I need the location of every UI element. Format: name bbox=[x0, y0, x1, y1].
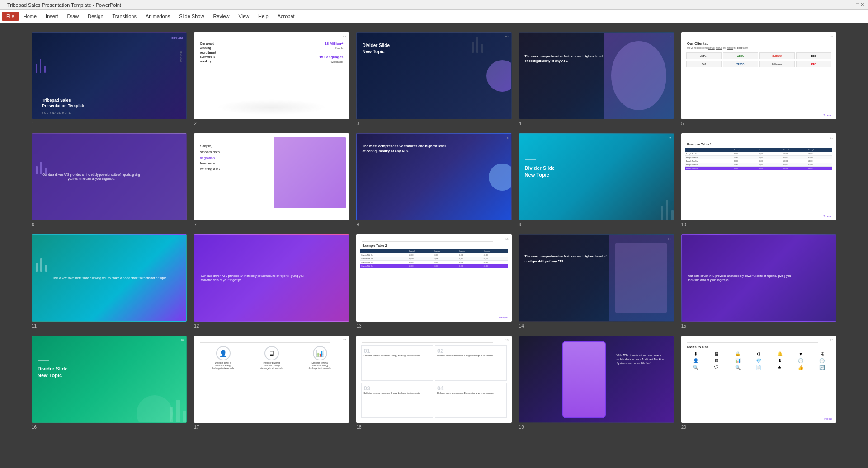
slide-thumb-7[interactable]: 7 Simple,smooth datamigrationfrom yourex… bbox=[194, 133, 349, 220]
tab-animations[interactable]: Animations bbox=[141, 12, 175, 21]
slide-wrapper-3: 03 Divider SlideNew Topic 3 bbox=[356, 32, 511, 126]
slide-thumb-16[interactable]: 16 Divider SlideNew Topic bbox=[32, 336, 187, 423]
tab-view[interactable]: View bbox=[234, 12, 254, 21]
slide3-title: Divider SlideNew Topic bbox=[362, 42, 390, 55]
slides-area: Tribepad Feb 21 2023 Tribepad SalesPrese… bbox=[0, 23, 868, 468]
slide19-phone bbox=[562, 341, 606, 418]
slide-wrapper-6: Our data-driven ATS provides an incredib… bbox=[32, 133, 187, 227]
slide14-img bbox=[609, 235, 674, 321]
slide-thumb-13[interactable]: 13 Example Table 2 Example Example Examp… bbox=[356, 234, 511, 322]
slide4-text: The most comprehensive features and high… bbox=[525, 54, 605, 64]
tab-review[interactable]: Review bbox=[208, 12, 234, 21]
slide-number-15: 15 bbox=[681, 323, 836, 328]
slide-thumb-2[interactable]: 02 Our award-winningrecruitmentsoftware … bbox=[194, 32, 349, 119]
slide-number-13: 13 bbox=[356, 323, 511, 328]
slide-wrapper-20: 20 Icons to Use ⬇ 🖥 🔒 ⚙ 🔔 ▼ 🖨 👤 🖥 📊 💎 ⬇ bbox=[681, 336, 836, 430]
slide20-brand: Tribepad bbox=[823, 417, 832, 420]
slide1-date: Feb 21 2023 bbox=[180, 50, 183, 62]
slide19-text: With 77% of applications now done on mob… bbox=[617, 353, 666, 365]
slide2-text: Our award-winningrecruitmentsoftware isu… bbox=[200, 42, 277, 64]
slide5-subtitle: We've helped clients attract, recruit an… bbox=[687, 47, 748, 49]
slide-thumb-15[interactable]: Our data-driven ATS provides an incredib… bbox=[681, 234, 836, 322]
slide-number-9: 9 bbox=[519, 222, 674, 227]
slide-wrapper-7: 7 Simple,smooth datamigrationfrom yourex… bbox=[194, 133, 349, 227]
slide-wrapper-19: With 77% of applications now done on mob… bbox=[519, 336, 674, 430]
slide-number-2: 2 bbox=[194, 121, 349, 126]
window-controls: — □ ✕ bbox=[849, 2, 864, 8]
tab-transitions[interactable]: Transitions bbox=[108, 12, 141, 21]
slide20-icons: ⬇ 🖥 🔒 ⚙ 🔔 ▼ 🖨 👤 🖥 📊 💎 ⬇ 🕐 🕐 🔍 🛡 bbox=[686, 351, 831, 370]
slide-number-11: 11 bbox=[32, 323, 187, 328]
slide9-bars-bg bbox=[661, 200, 674, 220]
slide18-grid: 01 Deflector power at maximum. Energy di… bbox=[361, 345, 506, 418]
slide-thumb-12[interactable]: Our data-driven ATS provides an incredib… bbox=[194, 234, 349, 322]
slide-thumb-17[interactable]: 17 👤 Deflector power at maximum. Energy … bbox=[194, 336, 349, 423]
slide6-text: Our data-driven ATS provides an incredib… bbox=[41, 173, 142, 182]
tab-help[interactable]: Help bbox=[254, 12, 273, 21]
slide1-title: Tribepad SalesPresentation Template bbox=[42, 98, 85, 109]
slide-thumb-11[interactable]: This a key statement slide allowing you … bbox=[32, 234, 187, 322]
slide-number-14: 14 bbox=[519, 323, 674, 328]
slide1-brand: Tribepad bbox=[170, 36, 183, 39]
slide-wrapper-1: Tribepad Feb 21 2023 Tribepad SalesPrese… bbox=[32, 32, 187, 126]
slide7-text: Simple,smooth datamigrationfrom yourexis… bbox=[200, 144, 274, 173]
slide-wrapper-10: 10 Example Table 1 Example Example Examp… bbox=[681, 133, 836, 227]
tab-insert[interactable]: Insert bbox=[41, 12, 63, 21]
slide10-brand: Tribepad bbox=[823, 215, 832, 218]
slide-thumb-1[interactable]: Tribepad Feb 21 2023 Tribepad SalesPrese… bbox=[32, 32, 187, 119]
slide13-table: Example Example Example Example Example … bbox=[360, 249, 507, 268]
slide-number-3: 3 bbox=[356, 121, 511, 126]
slide-thumb-8[interactable]: 8 The most comprehensive features and hi… bbox=[356, 133, 511, 220]
tab-home[interactable]: Home bbox=[19, 12, 41, 21]
slide-thumb-19[interactable]: With 77% of applications now done on mob… bbox=[519, 336, 674, 423]
tab-acrobat[interactable]: Acrobat bbox=[273, 12, 299, 21]
slide5-logos: AirPay ASDA SUBWAY BBC G4S TESCO GoCompa… bbox=[686, 52, 831, 67]
slide-wrapper-8: 8 The most comprehensive features and hi… bbox=[356, 133, 511, 227]
slide-wrapper-18: 18 01 Deflector power at maximum. Energy… bbox=[356, 336, 511, 430]
slide-number-12: 12 bbox=[194, 323, 349, 328]
slide-wrapper-17: 17 👤 Deflector power at maximum. Energy … bbox=[194, 336, 349, 430]
slide-wrapper-12: Our data-driven ATS provides an incredib… bbox=[194, 234, 349, 328]
slide13-heading: Example Table 2 bbox=[362, 244, 387, 247]
slide-number-19: 19 bbox=[519, 425, 674, 430]
slide2-stat1: 18 Million+ bbox=[325, 42, 343, 46]
slide-number-8: 8 bbox=[356, 222, 511, 227]
slide-number-4: 4 bbox=[519, 121, 674, 126]
slide16-title: Divider SlideNew Topic bbox=[38, 365, 68, 379]
slide-number-10: 10 bbox=[681, 222, 836, 227]
slide-thumb-20[interactable]: 20 Icons to Use ⬇ 🖥 🔒 ⚙ 🔔 ▼ 🖨 👤 🖥 📊 💎 ⬇ bbox=[681, 336, 836, 423]
slide12-text: Our data-driven ATS provides an incredib… bbox=[201, 274, 309, 283]
slide-thumb-6[interactable]: Our data-driven ATS provides an incredib… bbox=[32, 133, 187, 220]
slide-thumb-3[interactable]: 03 Divider SlideNew Topic bbox=[356, 32, 511, 119]
tab-design[interactable]: Design bbox=[83, 12, 108, 21]
slide14-text: The most comprehensive features and high… bbox=[525, 254, 610, 264]
slide-wrapper-11: This a key statement slide allowing you … bbox=[32, 234, 187, 328]
slide2-map bbox=[217, 99, 326, 115]
slide-wrapper-9: 9 Divider SlideNew Topic 9 bbox=[519, 133, 674, 227]
slide3-deco-bars bbox=[472, 37, 483, 53]
ribbon: File Home Insert Draw Design Transitions… bbox=[0, 10, 868, 23]
slide-thumb-5[interactable]: 05 Our Clients. We've helped clients att… bbox=[681, 32, 836, 119]
slide8-text: The most comprehensive features and high… bbox=[362, 144, 447, 154]
slide-thumb-10[interactable]: 10 Example Table 1 Example Example Examp… bbox=[681, 133, 836, 220]
slide-wrapper-13: 13 Example Table 2 Example Example Examp… bbox=[356, 234, 511, 328]
slide11-bars bbox=[36, 258, 47, 272]
tab-slideshow[interactable]: Slide Show bbox=[175, 12, 208, 21]
tab-file[interactable]: File bbox=[2, 12, 19, 21]
slide-wrapper-4: 4 The most comprehensive features and hi… bbox=[519, 32, 674, 126]
slide5-brand: Tribepad bbox=[823, 114, 832, 117]
slide2-stat1-sub: People bbox=[335, 47, 344, 50]
slide-thumb-4[interactable]: 4 The most comprehensive features and hi… bbox=[519, 32, 674, 119]
slide-thumb-14[interactable]: 14 The most comprehensive features and h… bbox=[519, 234, 674, 322]
slide1-subtitle: YOUR NAME HERE bbox=[42, 112, 71, 114]
slide-number-7: 7 bbox=[194, 222, 349, 227]
slide-wrapper-5: 05 Our Clients. We've helped clients att… bbox=[681, 32, 836, 126]
slide-thumb-18[interactable]: 18 01 Deflector power at maximum. Energy… bbox=[356, 336, 511, 423]
slide3-circle bbox=[486, 60, 512, 92]
slide-thumb-9[interactable]: 9 Divider SlideNew Topic bbox=[519, 133, 674, 220]
slide-number-1: 1 bbox=[32, 121, 187, 126]
slide20-heading: Icons to Use bbox=[687, 345, 709, 349]
tab-draw[interactable]: Draw bbox=[63, 12, 84, 21]
slide16-circle-bg bbox=[137, 395, 173, 423]
slide-wrapper-15: Our data-driven ATS provides an incredib… bbox=[681, 234, 836, 328]
